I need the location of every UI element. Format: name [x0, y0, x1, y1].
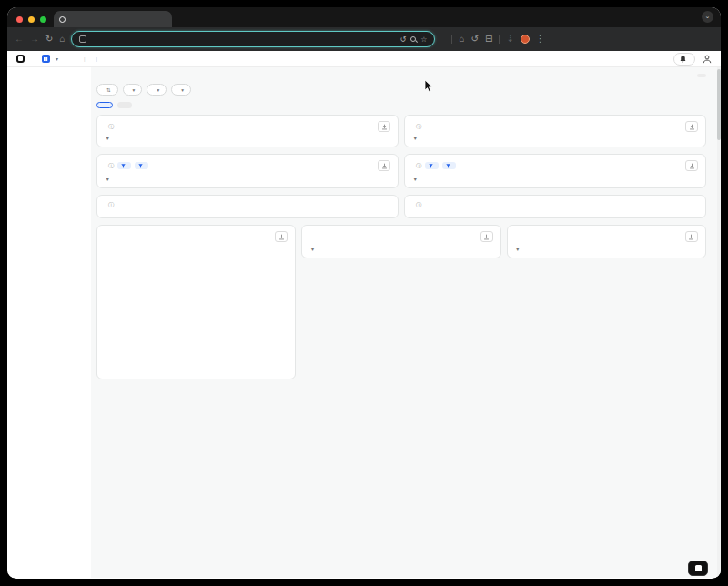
updown-icon: ⇅ — [106, 87, 111, 93]
analytics-app-icon — [42, 55, 50, 63]
home-icon[interactable]: ⌂ — [59, 35, 65, 44]
bell-icon — [680, 56, 686, 63]
browser-menu-icon[interactable]: ⋮ — [536, 35, 545, 44]
brands-filter[interactable]: ▾ — [123, 84, 143, 96]
otter-logo[interactable] — [16, 55, 27, 63]
download-button[interactable] — [275, 231, 288, 242]
forward-icon[interactable]: → — [30, 35, 39, 44]
chevron-down-icon: ▾ — [133, 87, 136, 93]
tab-overview[interactable] — [96, 102, 113, 108]
filter-icon — [429, 164, 433, 168]
otter-logo-icon — [16, 55, 25, 63]
tab-order-detail[interactable] — [117, 102, 132, 108]
tab-favicon — [59, 16, 66, 23]
info-icon[interactable]: ⓘ — [416, 201, 421, 209]
reload-icon[interactable]: ↻ — [46, 35, 53, 44]
financials-chip[interactable] — [442, 162, 456, 169]
info-icon[interactable]: ⓘ — [108, 162, 114, 170]
date-range-filter[interactable]: ⇅ — [96, 84, 118, 96]
chevron-down-icon: ▾ — [309, 246, 314, 252]
download-button[interactable] — [480, 231, 493, 242]
loyalty-sales-pct-card: ⓘ ▾ — [96, 115, 399, 147]
app-header: ▾ | | — [7, 51, 721, 67]
top-spender-card: ▾ — [507, 225, 706, 258]
filter-icon — [138, 164, 143, 168]
close-window-button — [16, 16, 23, 23]
app-selector[interactable]: ▾ — [42, 55, 58, 63]
filter-icon — [446, 164, 450, 168]
chevron-down-icon: ▾ — [412, 135, 417, 141]
content-scrollbar[interactable] — [717, 67, 721, 578]
search-icon[interactable] — [410, 36, 416, 42]
view-tabs — [96, 102, 706, 108]
chevron-down-icon: ▾ — [105, 176, 109, 182]
filter-icon — [121, 164, 126, 168]
gross-sales-card: ⓘ ▾ — [96, 154, 399, 188]
issues-button[interactable] — [673, 53, 695, 66]
chevron-down-icon: ▾ — [181, 87, 184, 93]
new-signups-card — [96, 225, 296, 379]
minimize-window-button — [28, 16, 35, 23]
user-icon[interactable] — [703, 55, 712, 64]
timezone-chip — [697, 74, 706, 77]
chevron-down-icon: ▾ — [56, 56, 58, 62]
financials-chip[interactable] — [135, 162, 148, 169]
tab-overflow-chevron-icon[interactable]: ⌄ — [702, 11, 713, 23]
check-size-loyalty-card: ⓘ — [96, 195, 399, 218]
breadcrumb: | | — [78, 56, 103, 62]
home-extension-icon[interactable]: ⌂ — [459, 35, 464, 44]
browser-tab-strip: ⌄ — [7, 7, 721, 27]
stop-recording-button[interactable] — [688, 561, 708, 576]
refresh-small-icon[interactable]: ↺ — [400, 35, 407, 44]
traffic-lights[interactable] — [7, 16, 54, 27]
first-party-orders-card: ⓘ ▾ — [404, 154, 706, 188]
info-icon[interactable]: ⓘ — [108, 123, 114, 131]
breakdown-chip[interactable] — [117, 162, 131, 169]
breadcrumb-separator: | — [96, 56, 98, 62]
browser-address-bar: ← → ↻ ⌂ ↺ ☆ ⌂ ↺ ⊟ ⇣ ⋮ — [7, 27, 721, 51]
chevron-down-icon: ▾ — [515, 246, 520, 252]
browser-tab[interactable] — [54, 11, 172, 27]
back-icon[interactable]: ← — [15, 35, 24, 44]
bookmark-star-icon[interactable]: ☆ — [420, 35, 427, 44]
main-content: ⇅ ▾ ▾ ▾ ⓘ — [91, 67, 721, 578]
url-field[interactable]: ↺ ☆ — [71, 31, 435, 47]
top-visits-card: ▾ — [301, 225, 500, 258]
filter-bar: ⇅ ▾ ▾ ▾ — [96, 84, 706, 96]
locations-filter[interactable]: ▾ — [147, 84, 167, 96]
breadcrumb-separator: | — [84, 56, 86, 62]
zoom-window-button — [40, 16, 46, 23]
work-icon[interactable]: ⊟ — [485, 35, 492, 44]
mouse-cursor — [424, 79, 434, 93]
info-icon[interactable]: ⓘ — [416, 123, 421, 131]
profile-avatar[interactable] — [521, 35, 530, 44]
download-button[interactable] — [685, 160, 698, 171]
download-button[interactable] — [378, 121, 390, 132]
download-button[interactable] — [685, 231, 698, 242]
downloads-icon[interactable]: ⇣ — [506, 35, 513, 44]
breakdown-chip[interactable] — [425, 162, 439, 169]
sidebar — [7, 67, 91, 578]
download-button[interactable] — [378, 160, 390, 171]
chevron-down-icon: ▾ — [157, 87, 159, 93]
site-settings-icon[interactable] — [79, 35, 86, 43]
loyalty-orders-pct-card: ⓘ ▾ — [404, 115, 706, 147]
history-icon[interactable]: ↺ — [470, 35, 478, 44]
divider — [451, 35, 452, 44]
check-size-non-loyalty-card: ⓘ — [404, 195, 706, 218]
tag-filter[interactable]: ▾ — [171, 84, 191, 96]
divider — [499, 35, 500, 44]
info-icon[interactable]: ⓘ — [108, 201, 114, 209]
scrollbar-thumb[interactable] — [717, 69, 721, 140]
info-icon[interactable]: ⓘ — [416, 162, 421, 170]
download-button[interactable] — [685, 121, 698, 132]
chevron-down-icon: ▾ — [412, 176, 417, 182]
browser-window: ⌄ ← → ↻ ⌂ ↺ ☆ ⌂ ↺ ⊟ ⇣ ⋮ ▾ — [7, 7, 721, 579]
chevron-down-icon: ▾ — [105, 135, 109, 141]
